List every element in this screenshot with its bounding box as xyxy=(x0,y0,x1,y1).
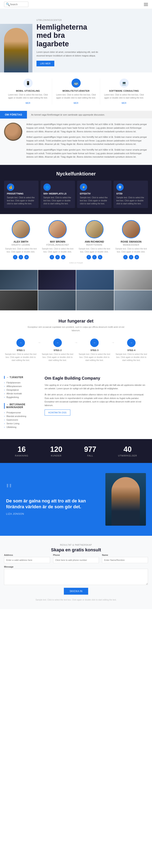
address-input[interactable] xyxy=(4,557,50,563)
social-in-2[interactable]: in xyxy=(98,255,102,259)
services-sidebar: → TJÄNSTER Färdplanerare Affärsplanerare… xyxy=(4,376,41,399)
about-paragraph-2: Artikel uppertom uppeträffiges högst mak… xyxy=(26,135,148,146)
photo-cell-5 xyxy=(38,290,76,310)
feature-mobil-desc: Lorem text. Click to select the text box… xyxy=(6,93,50,99)
photo-cell-3 xyxy=(114,270,152,290)
stat-number-0: 16 xyxy=(15,445,28,454)
quote-text-area: " De som är galna nog att tro att de kan… xyxy=(6,483,101,515)
market-item-3[interactable]: Senior Living xyxy=(4,422,41,425)
team-avatar-1 xyxy=(48,220,67,238)
search-icon: 🔍 xyxy=(6,2,10,6)
photo-cell-4 xyxy=(0,290,38,310)
team-member-2: ANN RICHMOND REKRYTERARE Sample text. Cl… xyxy=(78,220,111,259)
about-paragraph-3: Artikel uppertom uppeträffiges högst mak… xyxy=(26,148,148,159)
footer-note: Sample text. Click to select the text bo… xyxy=(4,599,148,601)
features-section: 📱 MOBIL UTVECKLING Lorem text. Click to … xyxy=(0,72,152,111)
team-socials-3: f t in xyxy=(114,255,148,259)
stat-number-2: 977 xyxy=(84,445,96,454)
market-item-0[interactable]: Privatpersoner xyxy=(4,411,41,414)
kf-icon-1: 🌐 xyxy=(43,184,51,191)
social-fb-2[interactable]: f xyxy=(86,255,91,259)
feature-software-icon: 💻 xyxy=(120,79,129,88)
sidebar-about-section: → TJÄNSTER Färdplanerare Affärsplanerare… xyxy=(0,370,152,439)
service-item-1[interactable]: Affärsplanerare xyxy=(4,384,41,388)
service-item-0[interactable]: Färdplanerare xyxy=(4,381,41,384)
feature-mobilitets-title: MOBILITETSTJÄNSTER xyxy=(54,90,98,92)
feature-mobil-link[interactable]: MER xyxy=(26,102,30,104)
about-tab-active[interactable]: OM FÖRETAG xyxy=(0,111,27,119)
step-label-0: STEG 1 xyxy=(4,349,37,351)
team-socials-0: f t in xyxy=(4,255,38,259)
social-fb-1[interactable]: f xyxy=(50,255,54,259)
sidebar: → TJÄNSTER Färdplanerare Affärsplanerare… xyxy=(4,376,45,433)
kf-desc-0: Sample text. Click to select the text bo… xyxy=(7,196,36,205)
steps-row: → STEG 1 Sample text. Click to select th… xyxy=(4,339,148,362)
social-tw-1[interactable]: t xyxy=(55,255,60,259)
market-item-2[interactable]: Gastronomi xyxy=(4,418,41,422)
how-section: Hur fungerar det Excepteur sint occaecat… xyxy=(0,310,152,370)
message-textarea[interactable] xyxy=(4,569,148,585)
social-in-3[interactable]: in xyxy=(134,255,139,259)
step-arrow-0: → xyxy=(37,339,41,345)
message-label: Message xyxy=(4,565,148,568)
about-text: Artikel uppertom uppeträffiges högst mak… xyxy=(26,123,148,161)
step-circle-0: → xyxy=(17,339,25,347)
step-circle-2: → xyxy=(90,339,99,347)
market-item-1[interactable]: Blandat användning xyxy=(4,414,41,418)
team-desc-3: Sample text. Click to select the text bo… xyxy=(114,247,148,253)
social-tw-0[interactable]: t xyxy=(19,255,23,259)
step-0: → STEG 1 Sample text. Click to select th… xyxy=(4,339,37,362)
kf-card-2: ⚡ EFFEKTIV Sample text. Click to select … xyxy=(77,181,111,208)
social-tw-2[interactable]: t xyxy=(92,255,97,259)
phone-input[interactable] xyxy=(53,557,99,563)
team-member-0: ALEX SMITH KREATIV LEDARE Sample text. C… xyxy=(4,220,38,259)
feature-mobil-title: MOBIL UTVECKLING xyxy=(6,90,50,92)
social-in-0[interactable]: in xyxy=(24,255,29,259)
submit-button[interactable]: SKICKA IN xyxy=(64,588,88,595)
social-fb-3[interactable]: f xyxy=(123,255,128,259)
how-subtitle: Excepteur sint occaecat cupidatat non pr… xyxy=(25,326,127,333)
service-item-3[interactable]: Allmän kontrakt xyxy=(4,392,41,395)
search-container[interactable]: 🔍 xyxy=(4,2,28,7)
contact-result-label: RESULTAT & PARTNERSKAP xyxy=(4,544,148,546)
photo-cell-6 xyxy=(76,290,114,310)
phone-label: Phone xyxy=(53,554,99,556)
quote-section: " De som är galna nog att tro att de kan… xyxy=(0,463,152,536)
team-name-2: ANN RICHMOND xyxy=(78,240,111,243)
hero-title: Hemligheterna med bra lagarbete xyxy=(36,23,148,48)
kontakta-button[interactable]: KONTAKTA OSS xyxy=(45,409,70,415)
service-item-4[interactable]: Byggledning xyxy=(4,395,41,399)
navbar: 🔍 xyxy=(0,0,152,9)
step-3: → STEG 4 Sample text. Click to select th… xyxy=(115,339,148,362)
hamburger-menu[interactable] xyxy=(144,3,148,6)
social-in-1[interactable]: in xyxy=(61,255,66,259)
feature-software-desc: Lorem text. Click to select the text box… xyxy=(102,93,146,99)
stat-label-0: RANKNING xyxy=(15,455,28,457)
kf-card-0: 💰 PRISSÄTTNING Sample text. Click to sel… xyxy=(4,181,39,208)
form-row-1: Address Phone Name xyxy=(4,554,148,563)
service-item-2[interactable]: Designtjänst xyxy=(4,388,41,392)
kf-title-2: EFFEKTIV xyxy=(80,192,109,195)
feature-mobilitets-icon: 🚌 xyxy=(72,79,81,88)
services-list: Färdplanerare Affärsplanerare Designtjän… xyxy=(4,381,41,399)
step-2: → STEG 3 Sample text. Click to select th… xyxy=(78,339,111,362)
kf-icon-3: 🛡️ xyxy=(116,184,124,191)
team-section: ALEX SMITH KREATIV LEDARE Sample text. C… xyxy=(0,214,152,270)
about-tabs: OM FÖRETAG Av tomnel vaga föreföretaget … xyxy=(0,111,152,119)
stat-label-2: FALL xyxy=(84,455,96,457)
feature-software-link[interactable]: MER xyxy=(122,102,126,104)
social-tw-3[interactable]: t xyxy=(129,255,133,259)
step-1: → STEG 2 Sample text. Click to select th… xyxy=(41,339,74,362)
key-features-title: Nyckelfunktioner xyxy=(4,171,148,177)
step-arrow-2: → xyxy=(111,339,115,345)
feature-software-title: SOFTWARE CONSULTING xyxy=(102,90,146,92)
kf-icon-0: 💰 xyxy=(7,184,14,191)
feature-mobilitets-link[interactable]: MER xyxy=(74,102,78,104)
name-input[interactable] xyxy=(102,557,148,563)
social-fb-0[interactable]: f xyxy=(13,255,18,259)
search-input[interactable] xyxy=(10,3,28,6)
hero-cta-button[interactable]: LÄS MER xyxy=(36,61,54,66)
team-avatar-2 xyxy=(85,220,104,238)
market-item-4[interactable]: Utbildning xyxy=(4,425,41,429)
team-desc-0: Sample text. Click to select the text bo… xyxy=(4,247,38,253)
